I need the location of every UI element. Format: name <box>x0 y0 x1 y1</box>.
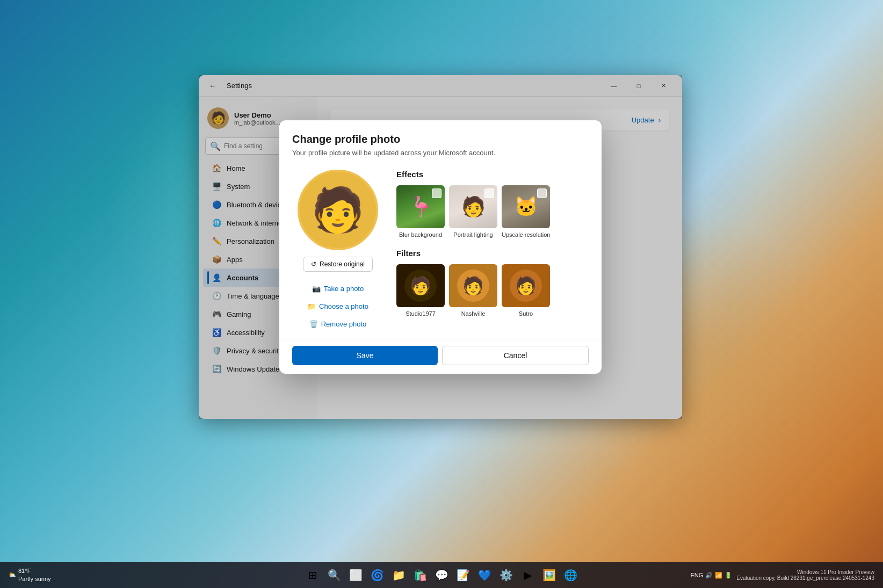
vscode-button[interactable]: 💙 <box>475 565 494 585</box>
system-tray: ENG 🔊 📶 🔋 <box>690 572 732 579</box>
filter-label-studio77: Studio1977 <box>406 310 436 317</box>
filter-thumbnail-sutro: 🧑 <box>502 264 550 307</box>
task-view-icon: ⬜ <box>349 569 363 582</box>
effect-thumbnail-upscale <box>502 185 550 228</box>
remove-photo-button[interactable]: 🗑️ Remove photo <box>309 318 367 330</box>
effects-title: Effects <box>396 170 589 179</box>
taskbar: ⛅ 81°F Partly sunny ⊞ 🔍 ⬜ 🌀 📁 🛍️ 💬 📝 💙 ⚙… <box>0 562 883 588</box>
effect-checkbox-portrait[interactable] <box>484 188 494 198</box>
weather-icon: ⛅ <box>9 571 16 579</box>
cancel-button[interactable]: Cancel <box>442 346 589 365</box>
photos-icon: 🖼️ <box>542 569 556 582</box>
filter-item-nashville[interactable]: 🧑 Nashville <box>449 264 497 317</box>
effect-thumbnail-blur <box>396 185 445 228</box>
folder-icon: 📁 <box>307 302 316 310</box>
language-indicator: ENG <box>690 572 703 578</box>
trash-icon: 🗑️ <box>309 320 318 328</box>
weather-condition: Partly sunny <box>18 575 51 583</box>
dialog-left: 🧑 ↺ Restore original 📷 Take a photo 📁 Ch… <box>292 170 383 330</box>
effect-item-blur[interactable]: Blur background <box>396 185 445 238</box>
dialog-footer: Save Cancel <box>279 339 602 374</box>
search-button[interactable]: 🔍 <box>324 565 344 585</box>
dialog-title: Change profile photo <box>292 133 589 146</box>
filter-label-nashville: Nashville <box>461 310 486 317</box>
explorer-icon: 📁 <box>392 569 406 582</box>
effect-item-portrait[interactable]: Portrait lighting <box>449 185 497 238</box>
take-photo-button[interactable]: 📷 Take a photo <box>312 282 364 295</box>
dialog-right: Effects Blur background Portra <box>396 170 589 330</box>
filter-item-sutro[interactable]: 🧑 Sutro <box>502 264 550 317</box>
camera-icon: 📷 <box>312 285 321 293</box>
browser-button[interactable]: 🌐 <box>561 565 580 585</box>
explorer-button[interactable]: 📁 <box>389 565 408 585</box>
filter-item-studio77[interactable]: 🧑 Studio1977 <box>396 264 445 317</box>
build-info: Windows 11 Pro Insider Preview <box>736 569 874 575</box>
choose-photo-button[interactable]: 📁 Choose a photo <box>307 300 368 313</box>
store-icon: 🛍️ <box>414 569 427 582</box>
vscode-icon: 💙 <box>478 569 491 582</box>
weather-widget: ⛅ 81°F Partly sunny <box>9 567 51 584</box>
terminal-button[interactable]: ▶ <box>518 565 537 585</box>
effect-item-upscale[interactable]: Upscale resolution <box>502 185 551 238</box>
effect-label-blur: Blur background <box>399 231 442 238</box>
teams-icon: 💬 <box>435 569 448 582</box>
dialog-header: Change profile photo Your profile pictur… <box>279 120 602 161</box>
filters-title: Filters <box>396 249 589 258</box>
weather-temp: 81°F <box>18 567 51 575</box>
photos-button[interactable]: 🖼️ <box>539 565 559 585</box>
dialog-body: 🧑 ↺ Restore original 📷 Take a photo 📁 Ch… <box>279 161 602 339</box>
effects-grid: Blur background Portrait lighting <box>396 185 589 238</box>
start-button[interactable]: ⊞ <box>303 565 322 585</box>
filter-thumbnail-studio77: 🧑 <box>396 264 445 307</box>
build-number: Evaluation copy, Build 26231.ge_prerelea… <box>736 575 874 581</box>
notepad-icon: 📝 <box>457 569 470 582</box>
teams-button[interactable]: 💬 <box>432 565 451 585</box>
taskbar-icons: ⊞ 🔍 ⬜ 🌀 📁 🛍️ 💬 📝 💙 ⚙️ ▶ 🖼️ 🌐 <box>303 565 580 585</box>
effect-thumbnail-portrait <box>449 185 497 228</box>
network-tray-icon: 📶 <box>715 572 722 579</box>
edge-button[interactable]: 🌀 <box>367 565 387 585</box>
battery-icon: 🔋 <box>725 572 732 579</box>
store-button[interactable]: 🛍️ <box>410 565 430 585</box>
edge-icon: 🌀 <box>371 569 384 582</box>
notepad-button[interactable]: 📝 <box>453 565 473 585</box>
effect-label-portrait: Portrait lighting <box>453 231 493 238</box>
restore-original-button[interactable]: ↺ Restore original <box>303 257 373 272</box>
restore-icon: ↺ <box>311 260 316 268</box>
speaker-icon: 🔊 <box>705 572 713 579</box>
effect-checkbox-blur[interactable] <box>432 188 442 198</box>
task-view-button[interactable]: ⬜ <box>346 565 365 585</box>
modal-overlay: Change profile photo Your profile pictur… <box>199 75 682 419</box>
terminal-icon: ▶ <box>524 569 532 582</box>
filters-grid: 🧑 Studio1977 🧑 Nashville 🧑 <box>396 264 589 317</box>
settings-taskbar-icon: ⚙️ <box>500 569 513 582</box>
taskbar-right: ENG 🔊 📶 🔋 Windows 11 Pro Insider Preview… <box>690 569 874 581</box>
effect-label-upscale: Upscale resolution <box>502 231 551 238</box>
filter-label-sutro: Sutro <box>519 310 533 317</box>
browser-icon: 🌐 <box>564 569 577 582</box>
dialog-subtitle: Your profile picture will be updated acr… <box>292 149 589 157</box>
effect-checkbox-upscale[interactable] <box>537 188 547 198</box>
profile-dialog: Change profile photo Your profile pictur… <box>279 120 602 374</box>
settings-taskbar-button[interactable]: ⚙️ <box>496 565 516 585</box>
save-button[interactable]: Save <box>292 346 438 365</box>
photo-options: 📷 Take a photo 📁 Choose a photo 🗑️ Remov… <box>292 282 383 330</box>
filter-thumbnail-nashville: 🧑 <box>449 264 497 307</box>
windows-logo-icon: ⊞ <box>308 569 317 582</box>
profile-photo-preview: 🧑 <box>298 170 378 250</box>
search-taskbar-icon: 🔍 <box>328 569 341 582</box>
